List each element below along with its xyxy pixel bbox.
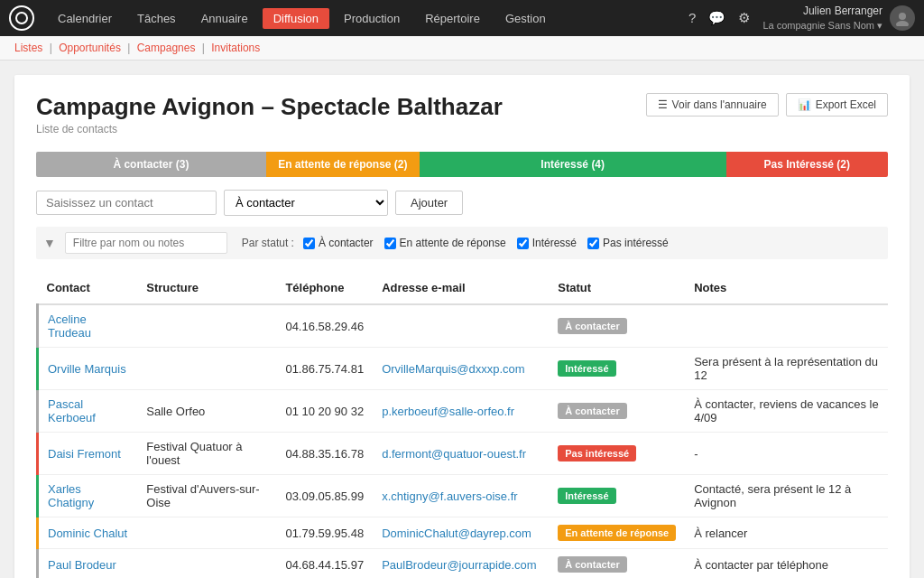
status-badge: Pas intéressé — [558, 445, 636, 461]
filter-check-a-contacter[interactable]: À contacter — [303, 237, 374, 249]
cell-email: DominicChalut@dayrep.com — [373, 517, 549, 549]
status-badge: À contacter — [558, 318, 627, 334]
filter-icon: ▼ — [43, 236, 56, 250]
table-row: Daisi Fremont Festival Quatuor à l'ouest… — [38, 433, 889, 475]
user-fullname: Julien Berranger — [762, 5, 882, 19]
contact-link[interactable]: Pascal Kerboeuf — [48, 397, 96, 424]
nav-production[interactable]: Production — [333, 8, 411, 29]
help-icon[interactable]: ? — [688, 10, 696, 25]
filter-check-interesse[interactable]: Intéressé — [517, 237, 577, 249]
segment-a-contacter[interactable]: À contacter (3) — [36, 152, 266, 177]
table-row: Dominic Chalut 01.79.59.95.48 DominicCha… — [38, 517, 889, 549]
filter-checkboxes: À contacter En attente de réponse Intére… — [303, 237, 669, 249]
settings-icon[interactable]: ⚙ — [738, 10, 750, 26]
email-link[interactable]: PaulBrodeur@jourrapide.com — [382, 558, 536, 572]
email-link[interactable]: DominicChalut@dayrep.com — [382, 527, 531, 540]
add-contact-row: À contacter En attente de réponse Intére… — [36, 190, 888, 216]
cell-telephone: 03.09.05.85.99 — [276, 475, 373, 517]
segment-interesse[interactable]: Intéressé (4) — [420, 152, 726, 177]
progress-bar: À contacter (3) En attente de réponse (2… — [36, 152, 888, 177]
status-badge: À contacter — [558, 556, 627, 573]
main-content: Campagne Avignon – Spectacle Balthazar L… — [14, 75, 910, 578]
subnav-opportunites[interactable]: Opportunités — [59, 42, 121, 54]
btn-export-excel[interactable]: 📊 Export Excel — [786, 93, 888, 117]
contact-link[interactable]: Daisi Fremont — [48, 447, 121, 461]
table-row: Aceline Trudeau 04.16.58.29.46 À contact… — [38, 304, 889, 348]
cell-notes: Sera présent à la représentation du 12 — [685, 348, 888, 390]
nav-annuaire[interactable]: Annuaire — [190, 8, 259, 29]
cell-email: PaulBrodeur@jourrapide.com — [373, 549, 549, 579]
subnav-invitations[interactable]: Invitations — [211, 42, 260, 54]
title-block: Campagne Avignon – Spectacle Balthazar L… — [36, 93, 503, 148]
header-buttons: ☰ Voir dans l'annuaire 📊 Export Excel — [646, 93, 888, 117]
contact-link[interactable]: Paul Brodeur — [48, 558, 116, 572]
logo-icon[interactable] — [9, 5, 34, 31]
contact-link[interactable]: Dominic Chalut — [48, 527, 127, 540]
cell-structure — [137, 304, 276, 348]
cell-structure — [137, 549, 276, 579]
cell-structure — [137, 517, 276, 549]
filter-input[interactable] — [65, 232, 227, 254]
cell-statut: Intéressé — [549, 348, 685, 390]
cell-statut: En attente de réponse — [549, 517, 685, 549]
col-structure: Structure — [137, 274, 276, 304]
ajouter-button[interactable]: Ajouter — [395, 191, 463, 215]
email-link[interactable]: d.fermont@quatuor-ouest.fr — [382, 447, 526, 461]
nav-calendrier[interactable]: Calendrier — [47, 8, 123, 29]
cell-contact: Daisi Fremont — [38, 433, 138, 475]
nav-gestion[interactable]: Gestion — [494, 8, 557, 29]
nav-repertoire[interactable]: Répertoire — [414, 8, 491, 29]
svg-point-1 — [899, 13, 906, 20]
cell-notes: - — [685, 433, 888, 475]
col-contact: Contact — [38, 274, 138, 304]
contact-link[interactable]: Orville Marquis — [48, 362, 126, 376]
avatar[interactable] — [890, 5, 915, 31]
table-row: Paul Brodeur 04.68.44.15.97 PaulBrodeur@… — [38, 549, 889, 579]
segment-en-attente[interactable]: En attente de réponse (2) — [266, 152, 420, 177]
btn-excel-label: Export Excel — [816, 98, 876, 111]
contact-link[interactable]: Aceline Trudeau — [48, 312, 91, 340]
cell-contact: Orville Marquis — [38, 348, 138, 390]
btn-annuaire-label: Voir dans l'annuaire — [672, 98, 767, 111]
filter-check-pas-interesse[interactable]: Pas intéressé — [587, 237, 669, 249]
nav-diffusion[interactable]: Diffusion — [263, 8, 329, 29]
segment-pas-interesse[interactable]: Pas Intéressé (2) — [726, 152, 888, 177]
nav-items: Calendrier Tâches Annuaire Diffusion Pro… — [47, 8, 688, 29]
user-info: Julien Berranger La compagnie Sans Nom ▾ — [762, 5, 915, 32]
cell-email: OrvilleMarquis@dxxxp.com — [373, 348, 549, 390]
col-statut: Statut — [549, 274, 685, 304]
chat-icon[interactable]: 💬 — [708, 10, 725, 26]
contact-input[interactable] — [36, 191, 217, 215]
cell-contact: Dominic Chalut — [38, 517, 138, 549]
col-notes: Notes — [685, 274, 888, 304]
nav-taches[interactable]: Tâches — [126, 8, 187, 29]
contact-link[interactable]: Xarles Chatigny — [48, 482, 94, 509]
cell-structure — [137, 348, 276, 390]
cell-notes: À contacter, reviens de vacances le 4/09 — [685, 390, 888, 433]
cell-email: d.fermont@quatuor-ouest.fr — [373, 433, 549, 475]
cell-notes: À contacter par téléphone — [685, 549, 888, 579]
svg-point-2 — [896, 21, 909, 26]
cell-structure: Festival Quatuor à l'ouest — [137, 433, 276, 475]
email-link[interactable]: p.kerboeuf@salle-orfeo.fr — [382, 405, 514, 418]
statut-select[interactable]: À contacter En attente de réponse Intére… — [224, 190, 388, 216]
cell-notes: À relancer — [685, 517, 888, 549]
cell-contact: Xarles Chatigny — [38, 475, 138, 517]
page-subtitle: Liste de contacts — [36, 123, 503, 135]
cell-structure: Salle Orfeo — [137, 390, 276, 433]
email-link[interactable]: x.chtigny@f.auvers-oise.fr — [382, 489, 517, 503]
subnav-campagnes[interactable]: Campagnes — [137, 42, 196, 54]
contacts-table: Contact Structure Téléphone Adresse e-ma… — [36, 274, 888, 578]
email-link[interactable]: OrvilleMarquis@dxxxp.com — [382, 362, 524, 376]
status-badge: Intéressé — [558, 488, 615, 504]
subnav-listes[interactable]: Listes — [14, 42, 42, 54]
cell-telephone: 01 10 20 90 32 — [276, 390, 373, 433]
btn-voir-annuaire[interactable]: ☰ Voir dans l'annuaire — [646, 93, 779, 117]
cell-contact: Aceline Trudeau — [38, 304, 138, 348]
table-row: Xarles Chatigny Festival d'Auvers-sur-Oi… — [38, 475, 889, 517]
user-company[interactable]: La compagnie Sans Nom ▾ — [762, 19, 882, 32]
col-email: Adresse e-mail — [373, 274, 549, 304]
filter-row: ▼ Par statut : À contacter En attente de… — [36, 227, 888, 259]
filter-check-en-attente[interactable]: En attente de réponse — [384, 237, 506, 249]
cell-email — [373, 304, 549, 348]
